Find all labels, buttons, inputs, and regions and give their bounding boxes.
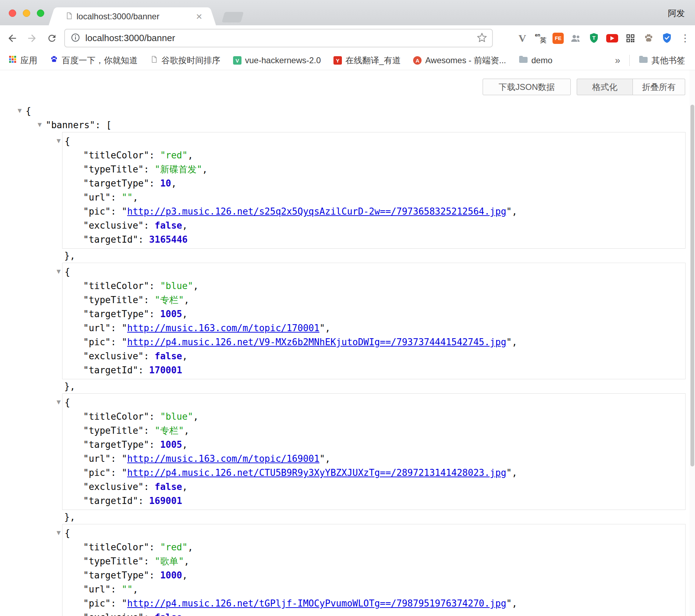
qr-code-extension-icon[interactable]	[624, 32, 637, 45]
json-value-string: "red"	[160, 150, 187, 160]
tab-close-icon[interactable]: ×	[196, 11, 202, 22]
json-key: "titleColor"	[83, 542, 149, 552]
translate-en-text: en	[535, 32, 540, 38]
green-shield-extension-icon[interactable]: T	[588, 32, 600, 45]
json-key: "pic"	[83, 598, 111, 609]
zoom-window-button[interactable]	[37, 9, 44, 17]
json-key: "typeTitle"	[83, 425, 144, 436]
awesomes-icon: A	[413, 56, 422, 65]
bookmark-item-google-sort[interactable]: 谷歌按时间排序	[150, 55, 220, 66]
page-info-icon[interactable]	[71, 33, 80, 44]
json-url-link[interactable]: http://music.163.com/m/topic/170001	[127, 323, 319, 333]
youtube-play-icon	[606, 34, 618, 42]
scrollbar[interactable]	[689, 70, 695, 616]
bookmark-item-apps[interactable]: 应用	[8, 55, 37, 66]
json-value-string: "专栏"	[155, 295, 184, 305]
quote: "	[122, 206, 127, 217]
extensions-area: V en 英 FE T ⋮	[516, 25, 691, 51]
json-line: "pic": "http://p4.music.126.net/CTU5B9R9…	[83, 466, 685, 480]
quote: "	[506, 337, 512, 347]
bookmark-label: 在线翻译_有道	[345, 55, 401, 66]
bookmark-item-baidu[interactable]: 百度一下，你就知道	[50, 55, 138, 66]
bookmarks-overflow-chevron[interactable]: »	[615, 55, 620, 66]
json-url-link[interactable]: http://music.163.com/m/topic/169001	[127, 453, 319, 464]
close-window-button[interactable]	[9, 9, 16, 17]
json-line: "targetId": 3165446	[83, 232, 685, 247]
json-value-string: "blue"	[160, 411, 193, 422]
youtube-extension-icon[interactable]	[606, 32, 618, 45]
json-value-number: 170001	[149, 365, 182, 375]
json-key: "typeTitle"	[83, 295, 144, 305]
collapse-toggle-icon[interactable]: ▼	[55, 264, 62, 278]
reload-button[interactable]	[46, 32, 58, 44]
json-value-boolean: false	[155, 220, 182, 231]
collapse-toggle-icon[interactable]: ▼	[55, 134, 62, 148]
json-value-string: "blue"	[160, 281, 193, 291]
json-tree: ▼{▼"banners": [▼{"titleColor": "red","ty…	[0, 70, 695, 616]
apps-grid-icon	[8, 55, 17, 66]
back-button[interactable]	[6, 32, 18, 44]
collapse-toggle-icon[interactable]: ▼	[36, 118, 44, 132]
json-line: "typeTitle": "新碟首发",	[83, 162, 685, 176]
paw-extension-icon[interactable]	[642, 32, 655, 45]
json-value-string: ""	[122, 192, 133, 203]
forward-button[interactable]	[26, 32, 38, 44]
json-url-link[interactable]: http://p4.music.126.net/tGPljf-IMOCyPvum…	[127, 598, 506, 609]
menu-dots-glyph: ⋮	[680, 33, 690, 43]
json-key: "url"	[83, 584, 111, 595]
browser-menu-icon[interactable]: ⋮	[679, 32, 691, 45]
quote: "	[319, 323, 325, 333]
bookmark-item-awesomes[interactable]: A Awesomes - 前端资...	[413, 55, 506, 66]
json-line: "url": "http://music.163.com/m/topic/170…	[83, 321, 685, 335]
json-line: "url": "",	[83, 190, 685, 204]
bookmark-item-youdao[interactable]: Y 在线翻译_有道	[333, 55, 401, 66]
json-key: "targetId"	[83, 365, 138, 375]
json-object-box: ▼{"titleColor": "blue","typeTitle": "专栏"…	[62, 263, 686, 379]
collapse-toggle-icon[interactable]: ▼	[55, 395, 62, 409]
json-line: "targetId": 170001	[83, 363, 685, 377]
collapse-toggle-icon[interactable]: ▼	[16, 104, 24, 118]
json-line: "typeTitle": "歌单",	[83, 554, 685, 568]
page-content: 下载JSON数据 格式化 折叠所有 ▼{▼"banners": [▼{"titl…	[0, 70, 695, 616]
people-extension-icon[interactable]	[569, 32, 582, 45]
url-text: localhost:3000/banner	[85, 33, 477, 44]
json-value-number: 10	[160, 178, 171, 189]
json-value-string: "专栏"	[155, 425, 184, 436]
baidu-paw-icon	[50, 55, 58, 66]
json-object-box: ▼{"titleColor": "blue","typeTitle": "专栏"…	[62, 393, 686, 510]
json-line: "titleColor": "blue",	[83, 279, 685, 293]
json-value-number: 1005	[160, 439, 182, 450]
collapse-toggle-icon[interactable]: ▼	[55, 526, 62, 540]
translate-zh-text: 英	[540, 36, 547, 45]
translate-extension-icon[interactable]: en 英	[534, 32, 547, 45]
bookmark-star-icon[interactable]	[477, 32, 487, 44]
scrollbar-thumb[interactable]	[690, 105, 694, 466]
json-value-string: "歌单"	[155, 556, 184, 566]
address-bar[interactable]: localhost:3000/banner	[64, 29, 493, 47]
json-line: "targetId": 169001	[83, 494, 685, 508]
new-tab-button[interactable]	[222, 12, 244, 22]
json-key: "url"	[83, 323, 111, 333]
json-line: "targetType": 10,	[83, 176, 685, 190]
json-line: "targetType": 1000,	[83, 568, 685, 582]
minimize-window-button[interactable]	[23, 9, 30, 17]
fe-extension-icon[interactable]: FE	[552, 33, 564, 44]
bookmark-item-demo[interactable]: demo	[519, 55, 552, 65]
page-icon	[150, 55, 158, 65]
json-url-link[interactable]: http://p4.music.126.net/CTU5B9R9y3XyYBZX…	[127, 467, 506, 478]
other-bookmarks-button[interactable]: 其他书签	[639, 55, 685, 66]
quote: "	[506, 467, 512, 478]
quote: "	[122, 598, 127, 609]
json-url-link[interactable]: http://p3.music.126.net/s25q2x5QyqsAzilC…	[127, 206, 506, 217]
json-line: "titleColor": "red",	[83, 540, 685, 554]
bookmark-item-vue-hackernews[interactable]: V vue-hackernews-2.0	[233, 55, 321, 65]
vimium-extension-icon[interactable]: V	[516, 32, 529, 45]
json-line: "targetType": 1005,	[83, 438, 685, 452]
json-key: "targetId"	[83, 496, 138, 506]
bookmark-label: vue-hackernews-2.0	[245, 55, 321, 65]
json-line: "url": "http://music.163.com/m/topic/169…	[83, 452, 685, 466]
json-line: "exclusive": false	[83, 610, 685, 616]
browser-tab[interactable]: localhost:3000/banner ×	[56, 7, 208, 25]
json-url-link[interactable]: http://p4.music.126.net/V9-MXz6b2MNhEKju…	[127, 337, 506, 347]
blue-shield-extension-icon[interactable]	[661, 32, 673, 45]
